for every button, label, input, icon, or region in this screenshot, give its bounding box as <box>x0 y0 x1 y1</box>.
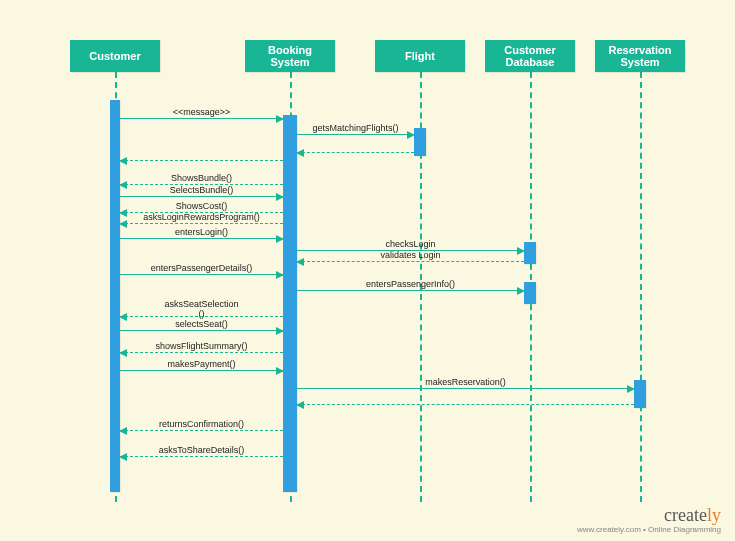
message-label: ShowsBundle() <box>171 173 232 183</box>
participant-label: Reservation System <box>609 44 672 68</box>
participant-reserv: Reservation System <box>595 40 685 72</box>
participant-custdb: Customer Database <box>485 40 575 72</box>
message-label: asksToShareDetails() <box>159 445 245 455</box>
msg-asks-seat-selection: asksSeatSelection() <box>120 316 283 317</box>
msg-message: <<message>> <box>120 118 283 119</box>
activation-booking <box>283 115 297 492</box>
msg-asks-login-rewards: asksLoginRewardsProgram() <box>120 223 283 224</box>
participant-label: Customer Database <box>504 44 555 68</box>
creately-watermark: creately www.creately.com • Online Diagr… <box>577 506 721 535</box>
brand-prefix: create <box>664 505 707 525</box>
participant-customer: Customer <box>70 40 160 72</box>
message-label: entersPassengerDetails() <box>151 263 253 273</box>
msg-returns-confirmation: returnsConfirmation() <box>120 430 283 431</box>
message-label: makesReservation() <box>425 377 506 387</box>
activation-custdb-2 <box>524 282 536 304</box>
activation-custdb-1 <box>524 242 536 264</box>
participant-flight: Flight <box>375 40 465 72</box>
message-label: validates Login <box>380 250 440 260</box>
message-label: showsFlightSummary() <box>155 341 247 351</box>
msg-enters-passenger-info: entersPassengerInfo() <box>297 290 524 291</box>
message-label: ShowsCost() <box>176 201 228 211</box>
activation-flight <box>414 128 426 156</box>
message-label: entersLogin() <box>175 227 228 237</box>
message-label: returnsConfirmation() <box>159 419 244 429</box>
msg-shows-flight-summary: showsFlightSummary() <box>120 352 283 353</box>
msg-booking-return-1 <box>120 160 283 161</box>
msg-asks-to-share-details: asksToShareDetails() <box>120 456 283 457</box>
message-label: asksLoginRewardsProgram() <box>143 212 260 222</box>
message-label: asksSeatSelection() <box>164 299 238 319</box>
message-label: SelectsBundle() <box>170 185 234 195</box>
msg-flight-return <box>297 152 414 153</box>
message-label: <<message>> <box>173 107 231 117</box>
participant-label: Booking System <box>268 44 312 68</box>
message-label: checksLogin <box>385 239 435 249</box>
message-label: selectsSeat() <box>175 319 228 329</box>
message-label: makesPayment() <box>167 359 235 369</box>
msg-enters-login: entersLogin() <box>120 238 283 239</box>
activation-reserv <box>634 380 646 408</box>
participant-label: Customer <box>89 50 140 62</box>
brand-suffix: ly <box>707 505 721 525</box>
brand-logo: creately <box>577 506 721 526</box>
message-label: getsMatchingFlights() <box>312 123 398 133</box>
sequence-diagram-canvas: Customer Booking System Flight Customer … <box>0 0 735 541</box>
msg-makes-reservation: makesReservation() <box>297 388 634 389</box>
msg-enters-passenger-details: entersPassengerDetails() <box>120 274 283 275</box>
participant-label: Flight <box>405 50 435 62</box>
msg-selects-seat: selectsSeat() <box>120 330 283 331</box>
lifeline-reserv <box>640 72 642 502</box>
message-label: entersPassengerInfo() <box>366 279 455 289</box>
msg-validates-login: validates Login <box>297 261 524 262</box>
msg-selects-bundle: SelectsBundle() <box>120 196 283 197</box>
msg-makes-payment: makesPayment() <box>120 370 283 371</box>
msg-gets-matching-flights: getsMatchingFlights() <box>297 134 414 135</box>
msg-reservation-return <box>297 404 634 405</box>
brand-tagline: www.creately.com • Online Diagramming <box>577 526 721 535</box>
participant-booking: Booking System <box>245 40 335 72</box>
